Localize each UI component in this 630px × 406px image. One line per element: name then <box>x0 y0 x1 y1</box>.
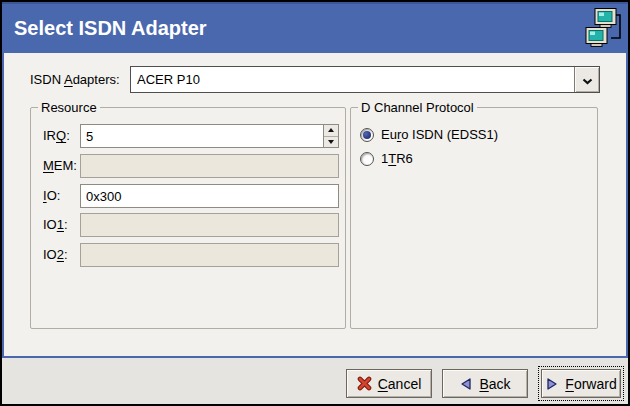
page-title: Select ISDN Adapter <box>14 2 207 53</box>
io1-field <box>80 213 339 237</box>
forward-button-focus-ring: Forward <box>538 366 624 401</box>
cancel-button-label: Cancel <box>378 376 422 392</box>
spin-down-icon <box>328 140 334 144</box>
dialog-window: Select ISDN Adapter <box>0 0 630 406</box>
isdn-adapters-label: ISDN Adapters: <box>30 66 120 93</box>
mem-input <box>81 155 338 177</box>
druid-frame: Select ISDN Adapter <box>2 2 628 358</box>
dialog-header: Select ISDN Adapter <box>2 2 628 53</box>
forward-arrow-icon <box>545 377 559 391</box>
radio-1tr6-label: 1TR6 <box>381 149 413 169</box>
irq-spinbutton[interactable] <box>80 124 339 148</box>
cancel-button[interactable]: Cancel <box>346 369 432 398</box>
radio-euro-isdn-label: Euro ISDN (EDSS1) <box>381 125 498 145</box>
radio-selected-icon <box>360 128 374 142</box>
radio-euro-isdn[interactable]: Euro ISDN (EDSS1) <box>360 125 498 145</box>
dchannel-group-title: D Channel Protocol <box>358 100 477 116</box>
radio-unselected-icon <box>360 152 374 166</box>
irq-spinner <box>323 125 338 147</box>
io-input[interactable] <box>81 185 338 207</box>
radio-1tr6[interactable]: 1TR6 <box>360 149 413 169</box>
cancel-x-icon <box>357 376 372 391</box>
io-label: IO: <box>43 184 60 208</box>
io2-field <box>80 243 339 267</box>
combo-dropdown-button[interactable] <box>574 67 599 92</box>
chevron-down-icon <box>582 71 593 89</box>
irq-label: IRQ: <box>43 124 70 148</box>
back-arrow-icon <box>459 377 473 391</box>
back-button-label: Back <box>479 376 510 392</box>
io1-input <box>81 214 338 236</box>
irq-input[interactable] <box>81 125 323 147</box>
forward-button-label: Forward <box>565 376 616 392</box>
mem-field <box>80 154 339 178</box>
io2-input <box>81 244 338 266</box>
resource-group: Resource IRQ: MEM: IO: IO1: <box>30 107 346 329</box>
spin-up-button[interactable] <box>324 125 338 137</box>
spin-down-button[interactable] <box>324 137 338 148</box>
isdn-adapter-value[interactable] <box>131 67 574 92</box>
io1-label: IO1: <box>43 213 68 237</box>
network-computers-icon <box>583 6 623 51</box>
forward-button[interactable]: Forward <box>541 369 621 398</box>
mem-label: MEM: <box>43 154 77 178</box>
action-button-bar: Cancel Back Forward <box>2 358 628 404</box>
resource-group-title: Resource <box>38 100 100 116</box>
io2-label: IO2: <box>43 243 68 267</box>
dialog-content: ISDN Adapters: Resource IRQ: <box>4 53 626 356</box>
spin-up-icon <box>328 128 334 132</box>
isdn-adapter-combobox[interactable] <box>130 66 600 93</box>
back-button[interactable]: Back <box>442 369 528 398</box>
dchannel-group: D Channel Protocol Euro ISDN (EDSS1) 1TR… <box>350 107 598 329</box>
io-field[interactable] <box>80 184 339 208</box>
